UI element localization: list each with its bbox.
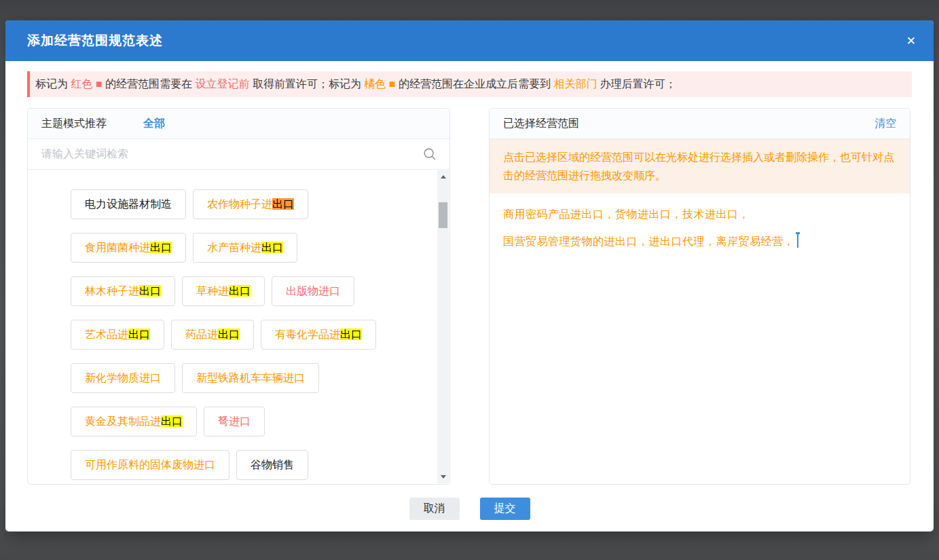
search-bar bbox=[28, 139, 449, 170]
tab-theme-mode[interactable]: 主题模式推荐 bbox=[41, 117, 107, 131]
scope-tag[interactable]: 新化学物质进口 bbox=[71, 363, 175, 393]
scope-tag[interactable]: 可用作原料的固体废物进口 bbox=[71, 450, 229, 480]
find-match-highlight: 出口 bbox=[139, 285, 161, 297]
close-icon[interactable]: ✕ bbox=[906, 35, 916, 47]
tag-row: 电力设施器材制造农作物种子进出口 bbox=[71, 189, 416, 219]
tag-row: 新化学物质进口新型铁路机车车辆进口 bbox=[71, 363, 416, 393]
notice-segment: 办理后置许可； bbox=[597, 78, 676, 90]
text-caret bbox=[797, 234, 798, 248]
scope-tag[interactable]: 艺术品进出口 bbox=[71, 320, 164, 350]
scope-tag[interactable]: 弩进口 bbox=[204, 407, 265, 436]
tag-row: 林木种子进出口草种进出口出版物进口 bbox=[71, 276, 416, 306]
submit-button[interactable]: 提交 bbox=[480, 498, 530, 520]
find-match-highlight: 出口 bbox=[229, 285, 251, 297]
legend-notice: 标记为 红色 ■ 的经营范围需要在 设立登记前 取得前置许可；标记为 橘色 ■ … bbox=[27, 71, 912, 97]
scrollbar-thumb[interactable] bbox=[439, 202, 447, 228]
dialog-title: 添加经营范围规范表述 bbox=[27, 32, 906, 50]
notice-segment: 设立登记前 bbox=[195, 78, 249, 90]
tab-all[interactable]: 全部 bbox=[143, 117, 165, 131]
scope-tag[interactable]: 新型铁路机车车辆进口 bbox=[182, 363, 319, 393]
selected-scope-line[interactable]: 国营贸易管理货物的进出口，进出口代理，离岸贸易经营， bbox=[503, 233, 896, 250]
find-match-highlight: 出口 bbox=[161, 415, 183, 427]
notice-segment: ■ bbox=[92, 78, 105, 90]
tag-row: 艺术品进出口药品进出口有毒化学品进出口 bbox=[71, 320, 416, 350]
find-match-highlight: 出口 bbox=[340, 329, 362, 340]
notice-segment: 相关部门 bbox=[553, 78, 597, 90]
selected-tip: 点击已选择区域的经营范围可以在光标处进行选择插入或者删除操作，也可针对点击的经营… bbox=[490, 139, 910, 193]
find-match-highlight: 出口 bbox=[272, 198, 294, 210]
scope-tag[interactable]: 林木种子进出口 bbox=[71, 276, 175, 306]
find-match-highlight: 出口 bbox=[150, 242, 172, 253]
find-match-highlight: 出口 bbox=[218, 329, 240, 340]
selected-scope-area[interactable]: 商用密码产品进出口，货物进出口，技术进出口，国营贸易管理货物的进出口，进出口代理… bbox=[490, 193, 910, 484]
tag-list: 电力设施器材制造农作物种子进出口食用菌菌种进出口水产苗种进出口林木种子进出口草种… bbox=[28, 170, 449, 480]
notice-segment: 取得前置许可；标记为 bbox=[249, 78, 364, 90]
modal-backdrop: 添加经营范围规范表述 ✕ 标记为 红色 ■ 的经营范围需要在 设立登记前 取得前… bbox=[0, 0, 939, 560]
add-business-scope-dialog: 添加经营范围规范表述 ✕ 标记为 红色 ■ 的经营范围需要在 设立登记前 取得前… bbox=[5, 20, 934, 531]
scope-tag[interactable]: 水产苗种进出口 bbox=[193, 233, 297, 263]
find-match-highlight: 出口 bbox=[128, 329, 150, 340]
search-input[interactable] bbox=[41, 148, 422, 160]
scope-catalog-panel: 主题模式推荐 全部 电力设施器材制造农作物种子进出口食用菌菌种进出口水产苗种进出… bbox=[27, 108, 450, 485]
clear-button[interactable]: 清空 bbox=[874, 117, 896, 131]
notice-segment: 的经营范围需要在 bbox=[105, 78, 195, 90]
scrollbar-down-arrow[interactable] bbox=[437, 472, 449, 482]
selected-scope-panel: 已选择经营范围 清空 点击已选择区域的经营范围可以在光标处进行选择插入或者删除操… bbox=[489, 108, 910, 485]
cancel-button[interactable]: 取消 bbox=[409, 498, 460, 520]
scope-tag[interactable]: 食用菌菌种进出口 bbox=[71, 233, 186, 263]
scope-tag[interactable]: 谷物销售 bbox=[236, 450, 308, 480]
scope-tag[interactable]: 有毒化学品进出口 bbox=[261, 320, 376, 350]
tag-row: 可用作原料的固体废物进口谷物销售 bbox=[71, 450, 416, 480]
scope-tag[interactable]: 黄金及其制品进出口 bbox=[71, 407, 197, 436]
selected-panel-title: 已选择经营范围 bbox=[503, 117, 579, 131]
scope-tag[interactable]: 电力设施器材制造 bbox=[71, 189, 186, 219]
notice-segment: 的经营范围在企业成立后需要到 bbox=[399, 78, 553, 90]
dialog-body: 标记为 红色 ■ 的经营范围需要在 设立登记前 取得前置许可；标记为 橘色 ■ … bbox=[5, 61, 934, 532]
scope-tag[interactable]: 药品进出口 bbox=[171, 320, 254, 350]
scrollbar[interactable] bbox=[437, 170, 449, 483]
tag-row: 食用菌菌种进出口水产苗种进出口 bbox=[71, 233, 416, 263]
panels-container: 主题模式推荐 全部 电力设施器材制造农作物种子进出口食用菌菌种进出口水产苗种进出… bbox=[27, 108, 912, 485]
search-icon[interactable] bbox=[422, 147, 437, 162]
scope-tag[interactable]: 草种进出口 bbox=[182, 276, 265, 306]
selected-panel-header: 已选择经营范围 清空 bbox=[490, 109, 910, 139]
notice-segment: 标记为 bbox=[35, 78, 71, 90]
dialog-footer: 取消 提交 bbox=[27, 485, 912, 532]
catalog-tabs: 主题模式推荐 全部 bbox=[28, 109, 449, 139]
notice-segment: ■ bbox=[386, 78, 399, 90]
notice-segment: 红色 bbox=[71, 78, 92, 90]
scrollbar-up-arrow[interactable] bbox=[437, 172, 449, 182]
notice-segment: 橘色 bbox=[364, 78, 386, 90]
find-match-highlight: 出口 bbox=[261, 242, 283, 253]
scope-tag[interactable]: 农作物种子进出口 bbox=[193, 189, 308, 219]
selected-scope-line[interactable]: 商用密码产品进出口，货物进出口，技术进出口， bbox=[503, 206, 896, 223]
tag-row: 黄金及其制品进出口弩进口 bbox=[71, 407, 416, 436]
scope-tag[interactable]: 出版物进口 bbox=[272, 276, 354, 306]
dialog-header: 添加经营范围规范表述 ✕ bbox=[5, 20, 934, 61]
